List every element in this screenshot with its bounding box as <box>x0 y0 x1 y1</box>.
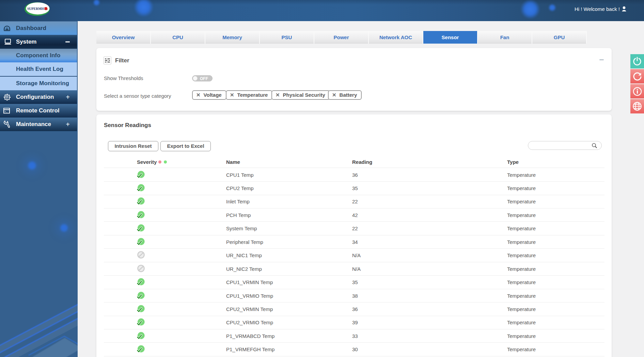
svg-text:>_: >_ <box>4 110 7 113</box>
